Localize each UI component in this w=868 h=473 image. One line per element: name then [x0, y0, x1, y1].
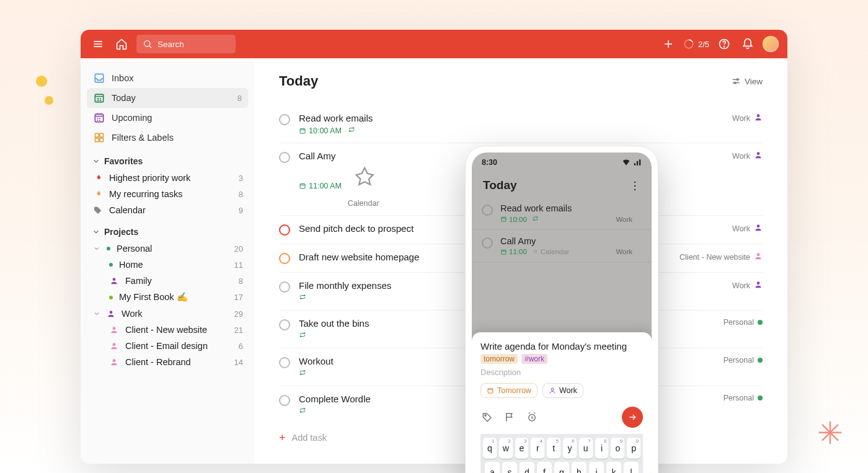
key-d[interactable]: d: [520, 462, 534, 473]
project-item[interactable]: Client - Rebrand14: [87, 354, 248, 370]
send-button[interactable]: [622, 407, 643, 428]
task-checkbox[interactable]: [482, 205, 493, 216]
favorite-item[interactable]: Highest priority work3: [87, 170, 248, 186]
recurring-icon: [532, 215, 539, 223]
avatar[interactable]: [763, 36, 779, 52]
svg-point-26: [637, 249, 640, 252]
key-k[interactable]: k: [606, 462, 621, 473]
person-icon: [549, 387, 556, 394]
task-checkbox[interactable]: [279, 152, 290, 163]
key-a[interactable]: a: [485, 462, 500, 473]
compose-title[interactable]: Write agenda for Monday's meeting: [480, 341, 643, 351]
project-item[interactable]: Client - New website21: [87, 322, 248, 338]
key-w[interactable]: w2: [499, 438, 513, 459]
task-project[interactable]: Personal: [724, 356, 763, 365]
today-icon: 31: [93, 92, 105, 104]
task-project[interactable]: Personal: [724, 394, 763, 402]
view-button[interactable]: View: [731, 76, 763, 86]
key-h[interactable]: h: [572, 462, 587, 473]
search-input[interactable]: Search: [136, 35, 236, 53]
date-chip[interactable]: tomorrow: [480, 354, 518, 364]
key-r[interactable]: r4: [531, 438, 544, 459]
project-count: 21: [234, 325, 243, 335]
task-checkbox[interactable]: [279, 281, 290, 293]
key-y[interactable]: y6: [563, 438, 577, 459]
project-pill[interactable]: Work: [542, 383, 583, 398]
key-f[interactable]: f: [537, 462, 552, 473]
phone-task-row[interactable]: Read work emails 10:00Work: [472, 197, 652, 230]
task-project[interactable]: Work: [732, 113, 763, 123]
svg-point-13: [113, 327, 116, 330]
task-project[interactable]: Work: [732, 223, 763, 234]
key-l[interactable]: l: [624, 462, 639, 473]
sidebar-item-inbox[interactable]: Inbox: [87, 68, 248, 88]
projects-header[interactable]: Projects: [87, 218, 248, 241]
task-checkbox[interactable]: [279, 395, 290, 406]
description-placeholder[interactable]: Description: [480, 368, 643, 377]
project-chip[interactable]: #work: [521, 354, 547, 364]
task-checkbox[interactable]: [279, 114, 290, 125]
help-icon[interactable]: [715, 35, 733, 53]
task-checkbox[interactable]: [482, 237, 493, 249]
key-q[interactable]: q1: [483, 438, 497, 459]
project-item[interactable]: Client - Email design6: [87, 338, 248, 354]
key-s[interactable]: s: [502, 462, 517, 473]
expand-icon[interactable]: [93, 310, 100, 317]
project-count: 17: [234, 293, 243, 302]
favorite-item[interactable]: Calendar9: [87, 202, 248, 218]
key-o[interactable]: o9: [611, 438, 624, 459]
project-item[interactable]: Home11: [87, 257, 248, 273]
sidebar-item-upcoming[interactable]: Upcoming: [87, 108, 248, 128]
task-project[interactable]: Personal: [724, 318, 763, 327]
key-e[interactable]: e3: [515, 438, 529, 459]
task-project[interactable]: Work: [732, 151, 763, 161]
date-pill-label: Tomorrow: [497, 386, 531, 395]
decorative-star: ✳: [817, 415, 843, 451]
usage-indicator[interactable]: 2/5: [683, 38, 709, 50]
project-item[interactable]: Family8: [87, 273, 248, 289]
project-item[interactable]: Work29: [87, 306, 248, 322]
task-row[interactable]: Read work emails 10:00 AMWork: [279, 105, 763, 143]
key-u[interactable]: u7: [579, 438, 593, 459]
task-checkbox[interactable]: [279, 253, 290, 264]
label-icon[interactable]: [482, 412, 493, 423]
task-checkbox[interactable]: [279, 357, 290, 368]
task-project[interactable]: Client - New website: [680, 252, 763, 262]
task-checkbox[interactable]: [279, 224, 290, 236]
inbox-icon: [93, 72, 105, 84]
key-i[interactable]: i8: [595, 438, 609, 459]
flag-icon[interactable]: [504, 412, 515, 423]
bell-icon[interactable]: [739, 35, 756, 53]
svg-point-21: [757, 254, 760, 257]
key-g[interactable]: g: [554, 462, 569, 473]
project-item[interactable]: Personal20: [87, 241, 248, 257]
progress-icon: [683, 38, 694, 50]
sidebar-item-label: Inbox: [112, 73, 133, 83]
date-pill[interactable]: Tomorrow: [480, 383, 538, 398]
svg-rect-16: [300, 128, 305, 133]
task-project: Work: [616, 248, 642, 255]
task-checkbox[interactable]: [279, 319, 290, 330]
home-icon[interactable]: [113, 35, 130, 53]
sidebar-item-filters-labels[interactable]: Filters & Labels: [87, 128, 248, 148]
key-t[interactable]: t5: [547, 438, 560, 459]
more-icon[interactable]: ⋯: [629, 180, 642, 190]
sidebar-item-count: 8: [237, 94, 242, 103]
favorite-item[interactable]: My recurring tasks8: [87, 186, 248, 202]
alarm-icon[interactable]: [526, 412, 538, 423]
project-dot: [109, 296, 113, 299]
phone-status-bar: 8:30: [472, 153, 652, 172]
add-task-icon[interactable]: [660, 35, 677, 53]
key-j[interactable]: j: [589, 462, 604, 473]
task-project[interactable]: Work: [732, 280, 763, 291]
phone-task-row[interactable]: Call Amy 11:00 CalendarWork: [472, 230, 652, 262]
svg-point-19: [757, 152, 760, 155]
menu-icon[interactable]: [89, 35, 107, 53]
sidebar-item-today[interactable]: 31Today8: [87, 88, 248, 108]
key-p[interactable]: p0: [627, 438, 640, 459]
favorites-header[interactable]: Favorites: [87, 148, 248, 170]
phone-time: 8:30: [482, 158, 497, 167]
project-dot: [758, 358, 763, 363]
expand-icon[interactable]: [93, 245, 100, 252]
project-item[interactable]: My First Book ✍️17: [87, 289, 248, 306]
